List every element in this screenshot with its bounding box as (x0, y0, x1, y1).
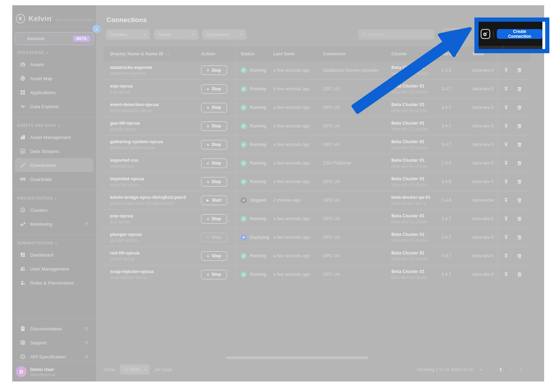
stop-button[interactable]: ■Stop (201, 84, 227, 94)
delete-button[interactable] (514, 102, 525, 113)
sidebar-item-label: Connections (30, 163, 89, 168)
sidebar-item-connections[interactable]: Connections (15, 158, 94, 172)
sidebar-item-clusters[interactable]: Clusters (15, 203, 94, 217)
horizontal-scrollbar[interactable] (226, 356, 368, 359)
table-row[interactable]: esp-opcuaesp-opcua■Stop✓Runninga few sec… (104, 79, 530, 98)
table-row[interactable]: soap-injector-opcuasoap-injector-opcua■S… (104, 265, 530, 284)
sort-icon[interactable]: ↓↑ (165, 52, 169, 56)
column-header-last-seen[interactable]: Last Seen (273, 51, 323, 56)
refresh-button[interactable] (443, 29, 463, 41)
column-header-status[interactable]: Status (236, 47, 273, 61)
page-size-dropdown[interactable]: 32 items ▾ (120, 364, 150, 374)
connection-settings-button[interactable] (481, 29, 490, 39)
row-actions-cell (498, 154, 530, 172)
user-profile[interactable]: D Demo User demo@kelvin.ai (12, 361, 96, 382)
upload-button[interactable] (501, 139, 511, 150)
section-header-operations[interactable]: OPERATIONS∨ (12, 47, 96, 57)
section-header-administration[interactable]: ADMINISTRATION∨ (12, 238, 96, 248)
table-row[interactable]: gas-lift-opcuagas-lift-opcua■Stop✓Runnin… (104, 117, 530, 135)
sidebar-item-roles-permissions[interactable]: Roles & Permissions (15, 276, 94, 290)
connection-display-name: rod-lift-opcua (110, 250, 198, 255)
upload-button[interactable] (501, 232, 511, 243)
delete-button[interactable] (514, 176, 525, 187)
upload-button[interactable] (501, 269, 511, 280)
table-row[interactable]: pcp-opcuapcp-opcua■Stop✓Runninga few sec… (104, 209, 530, 228)
table-row[interactable]: databricks-exporterdatabricks-exporter■S… (104, 61, 530, 79)
stop-button[interactable]: ■Stop (201, 140, 227, 149)
nav-section: OPERATIONS∨AssetsAsset MapApplicationsDa… (12, 47, 96, 117)
table-row[interactable]: imported csvimported-csv■Stop✓Runninga f… (104, 154, 530, 172)
last-page-button[interactable]: » (519, 367, 521, 372)
sidebar-item-data-explorer[interactable]: Data Explorer (15, 99, 94, 113)
clusters-filter-dropdown[interactable]: Clusters ▾ (106, 29, 150, 40)
sidebar-collapse-button[interactable]: ‹ (92, 25, 101, 33)
upload-button[interactable] (501, 121, 511, 131)
upload-button[interactable] (501, 176, 511, 187)
stop-button[interactable]: ■Stop (201, 270, 227, 279)
sidebar-item-dashboard[interactable]: Dashboard (15, 248, 94, 262)
table-row[interactable]: imported opcuaimported-opcua■Stop✓Runnin… (104, 172, 530, 191)
table-row[interactable]: rod-lift-opcuarod-lift-opcua■Stop✓Runnin… (104, 246, 530, 265)
start-button[interactable]: ▶Start (201, 196, 227, 205)
upload-button[interactable] (501, 251, 511, 261)
stop-button[interactable]: ■Stop (201, 233, 227, 242)
delete-button[interactable] (514, 84, 525, 94)
next-page-button[interactable]: › (510, 367, 511, 372)
sidebar-item-asset-management[interactable]: Asset Management (15, 130, 94, 144)
upload-button[interactable] (501, 65, 511, 76)
sidebar-item-user-management[interactable]: User Management (15, 262, 94, 276)
create-connection-button[interactable]: Create Connection (497, 29, 542, 39)
status-cell: ✓Running (236, 154, 273, 172)
sidebar-item-documentation[interactable]: Documentation (15, 322, 94, 336)
upload-button[interactable] (501, 158, 511, 168)
cluster-name: Beta Cluster 01 (391, 158, 438, 163)
stop-button[interactable]: ■Stop (201, 121, 227, 131)
delete-button[interactable] (514, 121, 525, 131)
delete-button[interactable] (514, 158, 525, 168)
sidebar-item-asset-map[interactable]: Asset Map (15, 71, 94, 85)
delete-button[interactable] (514, 269, 525, 280)
stop-button[interactable]: ■Stop (201, 103, 227, 112)
stop-button[interactable]: ■Stop (201, 177, 227, 187)
sidebar-item-support[interactable]: Support (15, 336, 94, 350)
column-header-action[interactable]: Action (201, 51, 236, 56)
status-stopped-icon: × (241, 197, 247, 203)
table-row[interactable]: event-detection-opcuaevent-detection-opc… (104, 98, 530, 117)
column-header-connector[interactable]: Connector (323, 51, 391, 56)
status-filter-dropdown[interactable]: Status ▾ (154, 29, 198, 40)
column-header-cluster[interactable]: Cluster (391, 51, 441, 56)
sidebar-item-assets[interactable]: Assets (15, 57, 94, 71)
upload-button[interactable] (501, 102, 511, 113)
first-page-button[interactable]: « (480, 367, 482, 372)
upload-button[interactable] (501, 195, 511, 205)
stop-button[interactable]: ■Stop (201, 251, 227, 261)
upload-button[interactable] (501, 84, 511, 94)
delete-button[interactable] (514, 195, 525, 205)
column-header-version[interactable]: Version (441, 51, 473, 56)
section-header-orchestration[interactable]: ORCHESTRATION∨ (12, 193, 96, 203)
delete-button[interactable] (514, 139, 525, 150)
stop-button[interactable]: ■Stop (201, 159, 227, 168)
sidebar-item-data-streams[interactable]: Data Streams (15, 144, 94, 158)
column-header-display-name-name-id[interactable]: Display Name & Name ID↓↑ (110, 51, 201, 56)
upload-button[interactable] (501, 214, 511, 224)
stop-button[interactable]: ■Stop (201, 65, 227, 75)
table-row[interactable]: kelvin-bridge-opcu-dbhxj6s2cpwc0kelvin-b… (104, 191, 530, 209)
cluster-id: beta-dev-01-cluster (391, 219, 438, 224)
sidebar-item-monitoring[interactable]: Monitoring (15, 217, 94, 231)
sidebar-item-applications[interactable]: Applications (15, 85, 94, 99)
delete-button[interactable] (514, 214, 525, 224)
search-input[interactable]: Search (358, 29, 434, 40)
table-row[interactable]: plunger-opcuaplunger-opcua■Stop◆Deployin… (104, 228, 530, 246)
sidebar-item-kelvinai[interactable]: KelvinAI BETA (15, 32, 94, 45)
delete-button[interactable] (514, 65, 525, 76)
delete-button[interactable] (514, 232, 525, 243)
table-row[interactable]: gathering-system-opcuagathering-system-o… (104, 135, 530, 154)
connectors-filter-dropdown[interactable]: Connectors ▾ (202, 29, 246, 40)
prev-page-button[interactable]: ‹ (490, 367, 492, 372)
sidebar-item-guardrails[interactable]: Guardrails (15, 172, 94, 186)
current-page[interactable]: 1 (500, 367, 502, 372)
section-header-assets-and-data[interactable]: ASSETS AND DATA∨ (12, 120, 96, 130)
stop-button[interactable]: ■Stop (201, 214, 227, 224)
delete-button[interactable] (514, 251, 525, 261)
